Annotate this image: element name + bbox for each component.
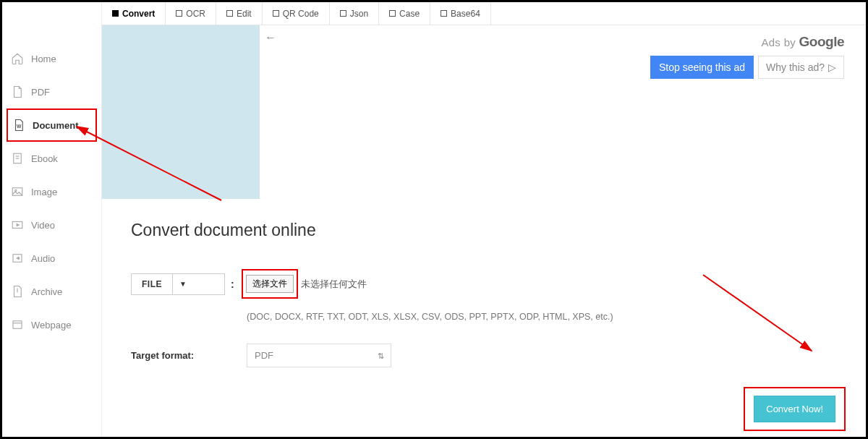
ad-placeholder [102, 25, 260, 199]
square-icon [441, 10, 447, 17]
sidebar-item-webpage[interactable]: Webpage [2, 308, 101, 341]
sidebar-item-label: Home [31, 54, 56, 64]
sidebar-item-ebook[interactable]: Ebook [2, 142, 101, 175]
tab-label: OCR [186, 9, 205, 19]
tab-json[interactable]: Json [330, 2, 379, 25]
back-arrow-icon[interactable]: ← [265, 31, 276, 44]
ad-area: ← Ads by Google Stop seeing this ad Why … [102, 25, 866, 199]
video-icon [11, 218, 24, 231]
ads-prefix: Ads by [761, 36, 799, 48]
sidebar: Home PDF W Document Ebook Image Video Au… [2, 2, 102, 437]
tab-ocr[interactable]: OCR [166, 2, 216, 25]
adchoices-icon: ▷ [828, 61, 836, 73]
square-icon [112, 10, 119, 17]
sidebar-item-image[interactable]: Image [2, 175, 101, 208]
tab-convert[interactable]: Convert [102, 2, 166, 25]
ads-brand: Google [799, 34, 844, 49]
tab-label: QR Code [283, 9, 319, 19]
tab-label: Convert [122, 9, 155, 19]
stop-ad-button[interactable]: Stop seeing this ad [650, 56, 754, 79]
tab-label: Case [399, 9, 420, 19]
sidebar-item-document[interactable]: W Document [7, 108, 97, 142]
colon: : [231, 278, 234, 290]
file-source-button[interactable]: FILE [132, 274, 173, 294]
square-icon [340, 10, 346, 17]
tabs: Convert OCR Edit QR Code Json Case Base6… [102, 2, 866, 25]
sidebar-item-label: Archive [31, 286, 62, 297]
highlight-box: 选择文件 [242, 269, 298, 299]
svg-text:W: W [17, 124, 22, 129]
tab-qrcode[interactable]: QR Code [263, 2, 330, 25]
square-icon [176, 10, 182, 17]
sidebar-item-home[interactable]: Home [2, 42, 101, 75]
no-file-text: 未选择任何文件 [301, 278, 367, 291]
sidebar-item-label: Audio [31, 253, 55, 264]
sidebar-item-label: Video [31, 220, 55, 231]
svg-rect-10 [13, 321, 22, 329]
format-hint: (DOC, DOCX, RTF, TXT, ODT, XLS, XLSX, CS… [247, 312, 837, 322]
target-format-select[interactable]: PDF [247, 344, 391, 367]
sidebar-item-label: Ebook [31, 153, 58, 164]
sidebar-item-video[interactable]: Video [2, 208, 101, 242]
target-format-label: Target format: [131, 350, 225, 361]
why-ad-button[interactable]: Why this ad? ▷ [758, 56, 844, 79]
tab-label: Edit [237, 9, 252, 19]
home-icon [11, 52, 24, 65]
tab-edit[interactable]: Edit [216, 2, 263, 25]
tab-label: Json [350, 9, 368, 19]
archive-icon [11, 285, 24, 298]
highlight-box: Convert Now! [744, 387, 846, 431]
page-title: Convert document online [131, 221, 837, 240]
square-icon [226, 10, 233, 17]
sidebar-item-archive[interactable]: Archive [2, 275, 101, 308]
pdf-icon [11, 85, 24, 98]
svg-marker-7 [17, 224, 19, 226]
file-source-dropdown[interactable]: ▼ [173, 275, 193, 293]
doc-icon: W [12, 119, 25, 132]
why-ad-label: Why this ad? [766, 61, 825, 73]
tab-case[interactable]: Case [379, 2, 430, 25]
sidebar-item-label: PDF [31, 87, 50, 98]
ads-by-label: Ads by Google [650, 34, 844, 50]
ebook-icon [11, 152, 24, 165]
image-icon [11, 185, 24, 198]
main-area: Convert OCR Edit QR Code Json Case Base6… [102, 2, 866, 437]
sidebar-item-label: Image [31, 187, 57, 197]
webpage-icon [11, 318, 24, 331]
tab-base64[interactable]: Base64 [430, 2, 491, 25]
file-source-label: FILE ▼ [131, 273, 225, 295]
sidebar-item-label: Webpage [31, 320, 71, 331]
convert-now-button[interactable]: Convert Now! [754, 396, 835, 422]
audio-icon [11, 252, 24, 265]
sidebar-item-label: Document [33, 120, 79, 131]
tab-label: Base64 [451, 9, 480, 19]
sidebar-item-audio[interactable]: Audio [2, 242, 101, 275]
sidebar-item-pdf[interactable]: PDF [2, 75, 101, 108]
choose-file-button[interactable]: 选择文件 [246, 275, 294, 293]
square-icon [273, 10, 279, 17]
form-area: Convert document online FILE ▼ : 选择文件 未选… [102, 199, 866, 437]
square-icon [389, 10, 396, 17]
